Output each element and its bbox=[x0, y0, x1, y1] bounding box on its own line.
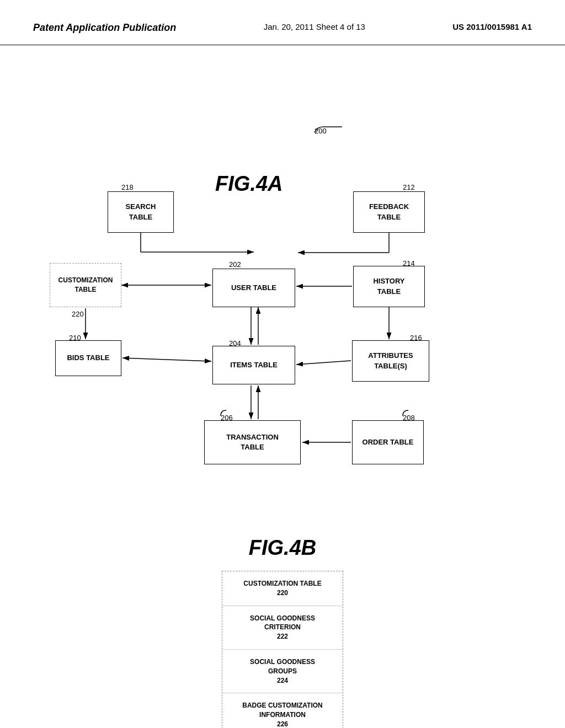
user-table-box: USER TABLE bbox=[212, 269, 295, 307]
page-header: Patent Application Publication Jan. 20, … bbox=[0, 0, 565, 45]
fig4a-diagram: 200 FIG.4A SEARCH TABLE 218 FEEDBACK TAB… bbox=[0, 45, 565, 531]
customization-table-box: CUSTOMIZATION TABLE bbox=[50, 263, 121, 307]
ref-202: 202 bbox=[229, 260, 241, 269]
fig4b-row-badge-customization: BADGE CUSTOMIZATION INFORMATION 226 bbox=[222, 693, 343, 728]
ref-220: 220 bbox=[72, 310, 84, 318]
ref-204: 204 bbox=[229, 339, 241, 347]
ref-206: 206 bbox=[221, 414, 233, 422]
fig4b-row-customization: CUSTOMIZATION TABLE 220 bbox=[222, 571, 343, 606]
header-publication-title: Patent Application Publication bbox=[33, 22, 176, 34]
fig4b-row-social-goodness-criterion: SOCIAL GOODNESS CRITERION 222 bbox=[222, 606, 343, 650]
items-table-box: ITEMS TABLE bbox=[212, 346, 295, 384]
header-date-sheet: Jan. 20, 2011 Sheet 4 of 13 bbox=[264, 22, 365, 31]
transaction-table-box: TRANSACTION TABLE bbox=[204, 420, 301, 464]
fig4b-section: FIG.4B CUSTOMIZATION TABLE 220 SOCIAL GO… bbox=[0, 531, 565, 728]
fig4b-container: CUSTOMIZATION TABLE 220 SOCIAL GOODNESS … bbox=[222, 571, 343, 728]
svg-line-12 bbox=[122, 358, 211, 361]
ref-214: 214 bbox=[403, 259, 415, 267]
fig4b-row-social-goodness-groups: SOCIAL GOODNESS GROUPS 224 bbox=[222, 650, 343, 693]
attributes-table-box: ATTRIBUTES TABLE(S) bbox=[352, 340, 429, 382]
ref-212: 212 bbox=[403, 183, 415, 191]
order-table-box: ORDER TABLE bbox=[352, 420, 424, 464]
ref-216: 216 bbox=[410, 334, 422, 342]
ref-210: 210 bbox=[69, 334, 81, 342]
ref-200: 200 bbox=[315, 127, 327, 135]
header-patent-number: US 2011/0015981 A1 bbox=[452, 22, 532, 31]
fig4b-label: FIG.4B bbox=[0, 536, 565, 560]
ref-208: 208 bbox=[403, 414, 415, 422]
bids-table-box: BIDS TABLE bbox=[55, 340, 121, 376]
search-table-box: SEARCH TABLE bbox=[108, 191, 174, 233]
svg-line-13 bbox=[296, 361, 351, 365]
ref-218: 218 bbox=[121, 183, 134, 191]
fig4a-label: FIG.4A bbox=[215, 172, 282, 196]
feedback-table-box: FEEDBACK TABLE bbox=[353, 191, 425, 233]
history-table-box: HISTORY TABLE bbox=[353, 266, 425, 307]
